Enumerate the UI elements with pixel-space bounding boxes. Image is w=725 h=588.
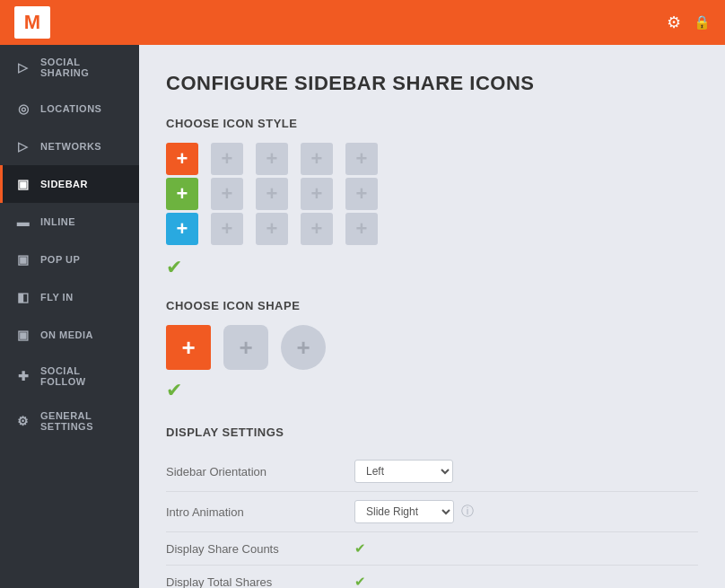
networks-icon: ▷ [15, 139, 31, 154]
sidebar-item-social-sharing[interactable]: ▷ Social Sharing [0, 45, 139, 90]
sidebar-item-label: General Settings [40, 410, 127, 432]
sidebar-item-fly-in[interactable]: ◧ Fly In [0, 278, 139, 316]
popup-icon: ▣ [15, 252, 31, 267]
total-shares-check: ✔ [354, 574, 366, 588]
icon-style-section-label: CHOOSE ICON STYLE [166, 117, 698, 130]
sidebar: ▷ Social Sharing ◎ Locations ▷ Networks … [0, 45, 139, 588]
sidebar-item-label: Sidebar [40, 179, 88, 189]
locations-icon: ◎ [15, 101, 31, 116]
sidebar-item-general-settings[interactable]: ⚙ General Settings [0, 399, 139, 443]
icon-style-gray4-btn1: + [345, 143, 378, 175]
icon-style-btn-green: + [166, 178, 198, 210]
icon-style-4[interactable]: + + + [301, 143, 333, 245]
display-settings-label: DISPLAY SETTINGS [166, 426, 698, 439]
total-shares-value: ✔ [354, 574, 366, 588]
sidebar-item-label: Pop Up [40, 254, 80, 265]
inline-icon: ▬ [15, 215, 31, 229]
icon-style-gray2-btn2: + [256, 178, 288, 210]
shape-rounded-btn[interactable]: + [223, 325, 268, 370]
orientation-value: Left Right [354, 460, 453, 483]
sidebar-item-social-follow[interactable]: ✚ Social Follow [0, 354, 139, 399]
animation-value: Slide Right Slide Left None ⓘ [354, 500, 474, 523]
share-counts-check: ✔ [354, 540, 366, 557]
social-follow-icon: ✚ [15, 369, 31, 383]
icon-shape-section-label: CHOOSE ICON SHAPE [166, 299, 698, 312]
icon-style-gray3-btn2: + [301, 178, 333, 210]
settings-row-orientation: Sidebar Orientation Left Right [166, 452, 698, 492]
sidebar-item-label: Locations [40, 103, 101, 114]
orientation-select[interactable]: Left Right [354, 460, 453, 483]
header-icons: ⚙ 🔒 [667, 13, 711, 32]
icon-style-gray-btn2: + [211, 178, 243, 210]
sidebar-item-inline[interactable]: ▬ Inline [0, 203, 139, 241]
icon-style-gray2-btn1: + [256, 143, 288, 175]
settings-row-share-counts: Display Share Counts ✔ [166, 532, 698, 566]
icon-style-2[interactable]: + + + [211, 143, 243, 245]
share-counts-label: Display Share Counts [166, 542, 354, 556]
share-counts-value: ✔ [354, 540, 366, 557]
display-settings: DISPLAY SETTINGS Sidebar Orientation Lef… [166, 426, 698, 588]
sidebar-item-label: Inline [40, 216, 75, 227]
sidebar-item-label: Networks [40, 141, 101, 152]
animation-select[interactable]: Slide Right Slide Left None [354, 500, 454, 523]
sidebar-nav-icon: ▣ [15, 177, 31, 191]
layout: ▷ Social Sharing ◎ Locations ▷ Networks … [0, 45, 725, 588]
sidebar-item-locations[interactable]: ◎ Locations [0, 90, 139, 127]
top-header: M ⚙ 🔒 [0, 0, 725, 45]
lock-icon[interactable]: 🔒 [694, 14, 711, 31]
sidebar-item-label: Fly In [40, 292, 74, 303]
sidebar-item-label: Social Follow [40, 365, 127, 387]
shape-circle-btn[interactable]: + [281, 325, 326, 370]
animation-label: Intro Animation [166, 505, 354, 519]
icon-shape-check: ✔ [166, 379, 698, 402]
icon-style-gray3-btn3: + [301, 213, 333, 245]
general-settings-icon: ⚙ [15, 414, 31, 428]
logo: M [14, 6, 50, 39]
settings-row-animation: Intro Animation Slide Right Slide Left N… [166, 492, 698, 532]
orientation-label: Sidebar Orientation [166, 465, 354, 478]
settings-row-total-shares: Display Total Shares ✔ [166, 566, 698, 588]
sidebar-item-label: Social Sharing [40, 57, 127, 78]
page-title: CONFIGURE SIDEBAR SHARE ICONS [166, 72, 698, 95]
icon-style-gray2-btn3: + [256, 213, 288, 245]
onmedia-icon: ▣ [15, 328, 31, 342]
sidebar-item-popup[interactable]: ▣ Pop Up [0, 241, 139, 278]
icon-style-btn-blue: + [166, 213, 198, 245]
icon-style-btn-orange: + [166, 143, 198, 175]
icon-style-5[interactable]: + + + [345, 143, 378, 245]
animation-info-icon[interactable]: ⓘ [461, 504, 474, 520]
flyin-icon: ◧ [15, 290, 31, 304]
sidebar-item-networks[interactable]: ▷ Networks [0, 127, 139, 165]
icon-style-3[interactable]: + + + [256, 143, 288, 245]
icon-style-check: ✔ [166, 256, 698, 279]
icon-style-gray3-btn1: + [301, 143, 333, 175]
icon-style-gray4-btn2: + [345, 178, 378, 210]
shape-square-btn[interactable]: + [166, 325, 211, 370]
main-content: CONFIGURE SIDEBAR SHARE ICONS CHOOSE ICO… [139, 45, 725, 588]
icon-style-1[interactable]: + + + [166, 143, 198, 245]
icon-styles-row: + + + + + + + + + + + + [166, 143, 698, 245]
sidebar-item-sidebar[interactable]: ▣ Sidebar [0, 165, 139, 203]
total-shares-label: Display Total Shares [166, 575, 354, 589]
social-sharing-icon: ▷ [15, 60, 31, 75]
icon-style-gray-btn3: + [211, 213, 243, 245]
icon-style-gray4-btn3: + [345, 213, 378, 245]
gear-icon[interactable]: ⚙ [667, 13, 681, 32]
sidebar-item-label: On Media [40, 329, 93, 340]
icon-shapes-row: + + + [166, 325, 698, 370]
sidebar-item-on-media[interactable]: ▣ On Media [0, 316, 139, 354]
icon-style-gray-btn1: + [211, 143, 243, 175]
